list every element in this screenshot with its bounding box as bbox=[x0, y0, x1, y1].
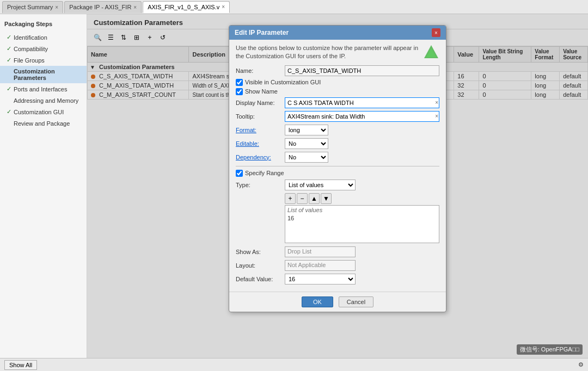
show-name-label: Show Name bbox=[245, 88, 278, 95]
type-row: Type: List of values Range of integers R… bbox=[236, 180, 439, 190]
list-add-button[interactable]: + bbox=[285, 193, 296, 204]
tooltip-input[interactable] bbox=[285, 111, 439, 122]
default-value-row: Default Value: 16 bbox=[236, 274, 439, 285]
tab-axis-fir[interactable]: AXIS_FIR_v1_0_S_AXIS.v × bbox=[143, 1, 230, 13]
display-name-label: Display Name: bbox=[236, 100, 285, 106]
tooltip-wrapper: × bbox=[285, 111, 439, 122]
sidebar-item-customization-gui[interactable]: ✓ Customization GUI bbox=[0, 106, 87, 118]
layout-value: Not Applicable bbox=[285, 260, 356, 271]
list-remove-button[interactable]: − bbox=[297, 193, 308, 204]
specify-range-row: Specify Range bbox=[236, 170, 439, 177]
list-area-header: List of values bbox=[287, 207, 437, 213]
display-name-clear-button[interactable]: × bbox=[435, 100, 438, 106]
sidebar-item-customization-params[interactable]: ✓ Customization Parameters bbox=[0, 66, 87, 83]
sidebar: Packaging Steps ✓ Identification ✓ Compa… bbox=[0, 14, 87, 358]
list-up-button[interactable]: ▲ bbox=[309, 193, 320, 204]
tab-close-axis-fir[interactable]: × bbox=[222, 4, 225, 10]
dialog-info: Use the options below to customize how t… bbox=[236, 44, 439, 61]
default-value-select[interactable]: 16 bbox=[285, 274, 356, 285]
dependency-select[interactable]: No Yes bbox=[285, 152, 328, 163]
content-area: Customization Parameters 🔍 ☰ ⇅ ⊞ + ↺ Nam… bbox=[87, 14, 588, 358]
layout-label: Layout: bbox=[236, 262, 285, 269]
show-as-row: Show As: Drop List bbox=[236, 246, 439, 257]
tab-close-project-summary[interactable]: × bbox=[55, 4, 58, 10]
check-icon-file-groups: ✓ bbox=[7, 57, 11, 64]
name-input[interactable] bbox=[285, 65, 439, 76]
sidebar-item-compatibility[interactable]: ✓ Compatibility bbox=[0, 43, 87, 54]
type-label: Type: bbox=[236, 182, 285, 188]
show-all-button[interactable]: Show All bbox=[4, 360, 37, 370]
layout-row: Layout: Not Applicable bbox=[236, 260, 439, 271]
dialog-body: Use the options below to customize how t… bbox=[229, 40, 446, 292]
format-select[interactable]: long short hex bool bbox=[285, 125, 328, 135]
type-select[interactable]: List of values Range of integers Range o… bbox=[285, 180, 356, 190]
dialog-footer: OK Cancel bbox=[229, 292, 446, 312]
list-toolbar: + − ▲ ▼ bbox=[285, 193, 439, 204]
show-as-value: Drop List bbox=[285, 246, 356, 257]
modal-backdrop: Edit IP Parameter × Use the options belo… bbox=[87, 14, 588, 358]
dialog-title-bar: Edit IP Parameter × bbox=[229, 26, 446, 40]
section-divider bbox=[236, 166, 439, 166]
list-area-value[interactable]: 16 bbox=[287, 214, 437, 222]
dialog-info-text: Use the options below to customize how t… bbox=[236, 44, 419, 61]
list-area: List of values 16 bbox=[285, 205, 439, 243]
tooltip-label: Tooltip: bbox=[236, 113, 285, 120]
specify-range-label: Specify Range bbox=[245, 170, 284, 176]
main-layout: Packaging Steps ✓ Identification ✓ Compa… bbox=[0, 14, 588, 358]
format-row: Format: long short hex bool bbox=[236, 125, 439, 135]
show-name-checkbox[interactable] bbox=[236, 88, 243, 95]
sidebar-item-ports-interfaces[interactable]: ✓ Ports and Interfaces bbox=[0, 83, 87, 95]
name-row: Name: bbox=[236, 65, 439, 76]
visible-checkbox-row: Visible in Customization GUI bbox=[236, 79, 439, 86]
settings-icon[interactable]: ⚙ bbox=[578, 361, 584, 368]
ok-button[interactable]: OK bbox=[302, 296, 333, 307]
check-icon-ports-interfaces: ✓ bbox=[7, 85, 11, 92]
default-value-label: Default Value: bbox=[236, 276, 285, 282]
editable-label[interactable]: Editable: bbox=[236, 140, 285, 147]
sidebar-item-identification[interactable]: ✓ Identification bbox=[0, 32, 87, 43]
cancel-button[interactable]: Cancel bbox=[339, 296, 373, 307]
sidebar-item-file-groups[interactable]: ✓ File Groups bbox=[0, 54, 87, 66]
display-name-row: Display Name: × bbox=[236, 97, 439, 108]
tab-project-summary[interactable]: Project Summary × bbox=[2, 1, 63, 13]
dialog: Edit IP Parameter × Use the options belo… bbox=[229, 25, 446, 312]
dependency-row: Dependency: No Yes bbox=[236, 152, 439, 163]
name-label: Name: bbox=[236, 67, 285, 74]
dialog-title: Edit IP Parameter bbox=[235, 29, 289, 36]
sidebar-item-addressing-memory[interactable]: ✓ Addressing and Memory bbox=[0, 95, 87, 106]
editable-row: Editable: No Yes bbox=[236, 138, 439, 149]
check-icon-identification: ✓ bbox=[7, 34, 11, 41]
display-name-input[interactable] bbox=[285, 97, 439, 108]
tab-package-ip[interactable]: Package IP - AXIS_FIR × bbox=[64, 1, 142, 13]
tooltip-clear-button[interactable]: × bbox=[435, 113, 438, 119]
watermark: 微信号: OpenFPGA□□ bbox=[517, 344, 583, 355]
tab-close-package-ip[interactable]: × bbox=[133, 4, 137, 10]
visible-label: Visible in Customization GUI bbox=[245, 79, 321, 85]
specify-range-checkbox[interactable] bbox=[236, 170, 243, 177]
editable-select[interactable]: No Yes bbox=[285, 138, 328, 149]
tooltip-row: Tooltip: × bbox=[236, 111, 439, 122]
show-name-checkbox-row: Show Name bbox=[236, 88, 439, 95]
list-down-button[interactable]: ▼ bbox=[321, 193, 332, 204]
status-bar: Show All ⚙ bbox=[0, 358, 588, 371]
display-name-wrapper: × bbox=[285, 97, 439, 108]
format-label[interactable]: Format: bbox=[236, 127, 285, 133]
vivado-logo bbox=[423, 44, 439, 60]
tab-bar: Project Summary × Package IP - AXIS_FIR … bbox=[0, 0, 588, 14]
show-as-label: Show As: bbox=[236, 249, 285, 255]
check-icon-gui: ✓ bbox=[7, 108, 11, 115]
sidebar-item-review-package[interactable]: ✓ Review and Package bbox=[0, 118, 87, 129]
dependency-label[interactable]: Dependency: bbox=[236, 154, 285, 160]
visible-checkbox[interactable] bbox=[236, 79, 243, 86]
sidebar-title: Packaging Steps bbox=[0, 18, 87, 32]
dialog-close-button[interactable]: × bbox=[432, 28, 440, 37]
check-icon-compatibility: ✓ bbox=[7, 45, 11, 52]
